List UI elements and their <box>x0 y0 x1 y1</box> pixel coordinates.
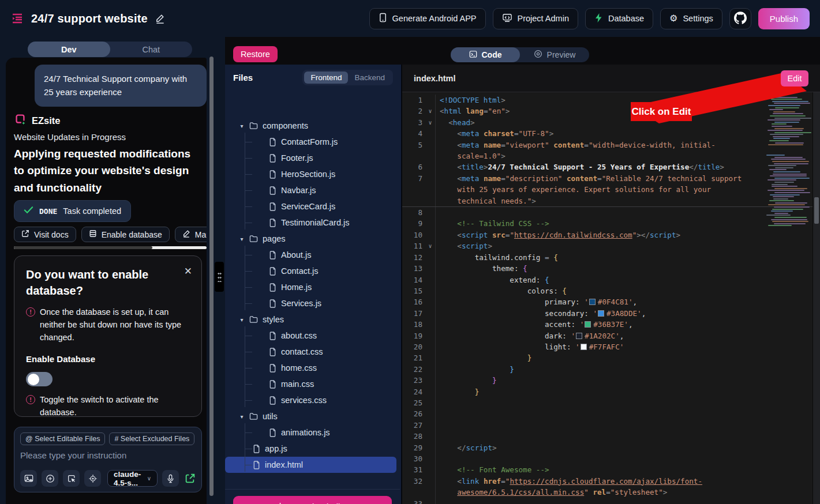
code-line: 17 secondary: '#3A8DDE', <box>402 308 812 319</box>
publish-button[interactable]: Publish <box>758 8 810 29</box>
code-line: 22 } <box>402 364 812 375</box>
model-selector[interactable]: claude-4.5-s... ∨ <box>107 470 158 487</box>
manage-button[interactable]: Mana <box>175 227 207 242</box>
code-area[interactable]: 1<!DOCTYPE html>2∨<html lang="en">3∨ <he… <box>402 92 812 504</box>
tab-preview[interactable]: Preview <box>520 47 589 62</box>
eye-icon <box>534 50 542 60</box>
fold-chevron-icon[interactable]: ∨ <box>425 117 435 128</box>
edit-title-icon[interactable] <box>155 13 166 24</box>
code-line: 9 <!-- Tailwind CSS --> <box>402 218 812 229</box>
line-number: 26 <box>402 408 425 419</box>
mic-icon[interactable] <box>162 470 179 487</box>
tree-file-Navbar.js[interactable]: Navbar.js <box>225 182 400 198</box>
tree-file-contact.css[interactable]: contact.css <box>225 344 400 360</box>
editor-scrollbar[interactable] <box>812 92 820 504</box>
line-number: 9 <box>402 218 425 229</box>
visit-docs-button[interactable]: Visit docs <box>14 227 76 242</box>
line-number: 22 <box>402 364 425 375</box>
tree-file-main.css[interactable]: main.css <box>225 376 400 392</box>
close-icon[interactable]: ✕ <box>184 265 192 277</box>
line-number: 24 <box>402 386 425 397</box>
image-upload-icon[interactable] <box>20 470 37 487</box>
tree-file-app.js[interactable]: app.js <box>225 441 400 457</box>
settings-button[interactable]: ⚙ Settings <box>660 8 722 29</box>
color-swatch <box>576 333 582 339</box>
download-files-button[interactable]: Download Files <box>233 496 392 504</box>
composer-toolbar: claude-4.5-s... ∨ <box>20 470 196 487</box>
line-number: 14 <box>402 274 425 285</box>
database-button[interactable]: Database <box>585 8 653 29</box>
scrollbar-thumb[interactable] <box>814 197 819 224</box>
tree-folder-styles[interactable]: ▾styles <box>225 311 400 328</box>
tree-file-about.css[interactable]: about.css <box>225 328 400 344</box>
tree-folder-components[interactable]: ▾components <box>225 118 400 134</box>
add-circle-icon[interactable] <box>42 470 58 487</box>
download-icon <box>276 502 284 504</box>
generate-android-app-button[interactable]: Generate Android APP <box>369 8 486 29</box>
tree-file-ServiceCard.js[interactable]: ServiceCard.js <box>225 198 400 215</box>
tree-file-About.js[interactable]: About.js <box>225 247 400 263</box>
instruction-input[interactable]: Please type your instruction <box>20 450 196 460</box>
select-excluded-files-chip[interactable]: # Select Excluded Files <box>109 432 194 445</box>
project-admin-button[interactable]: Project Admin <box>493 8 578 29</box>
tree-file-animations.js[interactable]: animations.js <box>225 424 400 441</box>
chat-scrollbar[interactable] <box>209 57 214 496</box>
tree-folder-utils[interactable]: ▾utils <box>225 408 400 424</box>
tree-file-HeroSection.js[interactable]: HeroSection.js <box>225 166 400 182</box>
caret-down-icon: ▾ <box>239 236 245 242</box>
line-number: 25 <box>402 397 425 408</box>
tab-code[interactable]: Code <box>451 47 520 62</box>
sidebar-toggle-icon[interactable] <box>10 12 24 25</box>
open-external-icon[interactable] <box>185 473 196 484</box>
fold-chevron-icon[interactable]: ∨ <box>425 240 435 251</box>
line-number: 20 <box>402 341 425 352</box>
line-number: 12 <box>402 252 425 263</box>
locate-icon[interactable] <box>84 470 101 487</box>
quick-actions-scrollbar[interactable] <box>14 246 207 249</box>
fold-gutter <box>425 352 435 363</box>
code-line: 33 <box>402 498 812 504</box>
tree-file-Contact.js[interactable]: Contact.js <box>225 263 400 279</box>
tree-item-label: pages <box>263 234 286 243</box>
tree-file-index.html[interactable]: index.html <box>225 457 396 473</box>
fold-chevron-icon[interactable]: ∨ <box>425 106 435 116</box>
tree-file-Footer.js[interactable]: Footer.js <box>225 150 400 166</box>
github-button[interactable] <box>729 8 751 29</box>
tree-file-home.css[interactable]: home.css <box>225 360 400 376</box>
tab-backend[interactable]: Backend <box>348 72 391 84</box>
file-icon <box>269 186 276 195</box>
line-number: 27 <box>402 420 425 431</box>
file-icon <box>269 154 276 163</box>
tree-file-Services.js[interactable]: Services.js <box>225 295 400 311</box>
minimap[interactable] <box>765 95 811 232</box>
select-element-icon[interactable] <box>63 470 80 487</box>
tab-chat[interactable]: Chat <box>110 42 193 57</box>
fold-gutter <box>425 173 435 206</box>
folder-icon <box>249 412 258 420</box>
database-toggle[interactable] <box>26 372 53 386</box>
scrollbar-thumb[interactable] <box>14 246 152 249</box>
line-number: 13 <box>402 263 425 274</box>
tree-file-services.css[interactable]: services.css <box>225 392 400 408</box>
instruction-composer[interactable]: @ Select Editable Files # Select Exclude… <box>14 427 202 492</box>
code-line: 21 } <box>402 352 812 363</box>
select-editable-files-chip[interactable]: @ Select Editable Files <box>20 432 105 445</box>
panel-resize-handle[interactable] <box>215 262 224 292</box>
fold-gutter <box>425 375 435 386</box>
file-icon <box>269 138 276 146</box>
tab-dev[interactable]: Dev <box>28 42 110 57</box>
tree-file-ContactForm.js[interactable]: ContactForm.js <box>225 134 400 150</box>
tree-folder-pages[interactable]: ▾pages <box>225 231 400 247</box>
tree-file-TestimonialCard.js[interactable]: TestimonialCard.js <box>225 215 400 231</box>
app-root: 24/7 support website Generate Android AP… <box>0 0 820 504</box>
status-line: Website Updates in Progress <box>14 132 126 142</box>
fold-gutter <box>425 386 435 397</box>
enable-database-button[interactable]: Enable database <box>81 227 170 242</box>
tree-file-Home.js[interactable]: Home.js <box>225 279 400 295</box>
tree-item-label: services.css <box>281 396 327 405</box>
tab-frontend[interactable]: Frontend <box>304 72 348 84</box>
restore-button[interactable]: Restore <box>233 46 278 62</box>
workspace: Restore Code Preview Files Frontend Back… <box>225 37 820 504</box>
toggle-knob[interactable] <box>28 374 39 385</box>
edit-button[interactable]: Edit <box>781 70 808 86</box>
